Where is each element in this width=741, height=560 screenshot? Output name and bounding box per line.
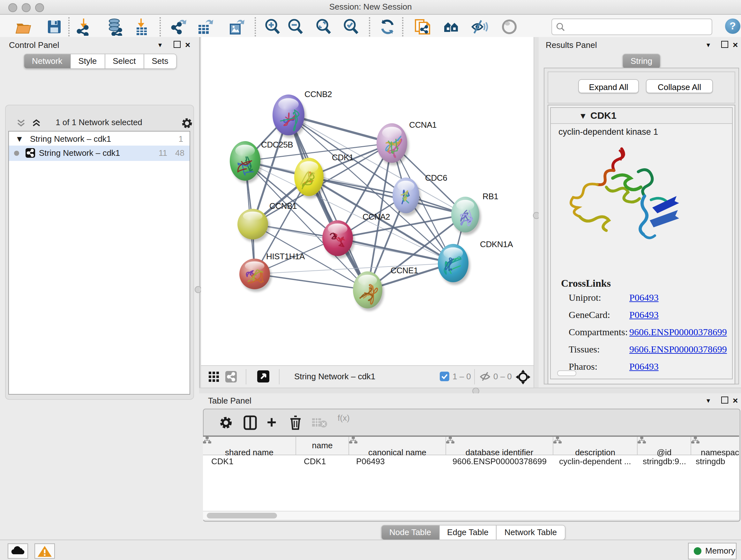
delete-column-icon[interactable] (289, 415, 302, 430)
crosslinks-title: CrossLinks (561, 278, 611, 289)
network-node-CCNA2[interactable] (322, 220, 354, 259)
network-edge[interactable] (288, 115, 367, 290)
network-node-CDK1[interactable] (294, 158, 325, 199)
network-node-CDKN1A[interactable] (438, 244, 470, 285)
tree-disclosure-icon[interactable]: ▼ (15, 133, 23, 145)
table-cell[interactable]: P06493 (348, 455, 444, 469)
table-gear-icon[interactable] (219, 416, 233, 430)
table-cell[interactable]: CDK1 (203, 455, 295, 469)
crosslink-link[interactable]: 9606.ENSP00000378699 (629, 344, 727, 355)
show-columns-icon[interactable] (243, 415, 257, 430)
memory-label: Memory (705, 546, 735, 556)
tab-sets[interactable]: Sets (144, 54, 177, 69)
network-node-RB1[interactable] (451, 197, 481, 235)
crosslink-link[interactable]: P06493 (629, 361, 659, 372)
control-panel-title: Control Panel (9, 40, 59, 50)
control-panel-close-icon[interactable]: × (185, 42, 190, 48)
help-button[interactable]: ? (725, 18, 740, 34)
export-image-icon[interactable] (227, 18, 245, 36)
column-header-namespac[interactable]: namespac (691, 437, 741, 455)
import-table-icon[interactable] (133, 18, 151, 36)
tab-edge-table[interactable]: Edge Table (440, 525, 497, 540)
import-database-icon[interactable] (106, 18, 124, 36)
string-home-icon[interactable] (443, 18, 461, 36)
left-splitter-handle[interactable] (195, 286, 202, 293)
network-node-CCNE1[interactable] (353, 271, 384, 311)
birds-eye-view-icon[interactable] (257, 370, 269, 382)
tab-network-table[interactable]: Network Table (497, 525, 565, 540)
table-hscrollbar[interactable] (203, 511, 739, 520)
zoom-out-icon[interactable] (286, 18, 305, 36)
memory-button[interactable]: Memory (688, 543, 737, 559)
table-cell[interactable]: stringdb:9... (634, 455, 687, 469)
column-header-canonical-name[interactable]: canonical name (349, 437, 446, 455)
selected-checkbox-icon[interactable] (440, 372, 449, 381)
table-cell[interactable]: 9606.ENSP00000378699 (444, 455, 551, 469)
cytoscape-window: Session: New Session (0, 0, 741, 560)
column-header-shared-name[interactable]: shared name (203, 437, 296, 455)
pan-target-icon[interactable] (515, 369, 531, 385)
column-header-@id[interactable]: @id (637, 437, 691, 455)
save-session-icon[interactable] (45, 18, 63, 36)
zoom-fit-icon[interactable] (315, 18, 333, 36)
tab-string[interactable]: String (622, 54, 661, 69)
zoom-selected-icon[interactable] (342, 18, 360, 36)
network-canvas[interactable]: CCNB2CCNA1CDC25BCDK1CDC6RB1CCNB1CCNA2CDK… (201, 37, 534, 365)
network-node-CDC6[interactable] (393, 178, 421, 216)
column-header-name[interactable]: name (296, 437, 349, 455)
add-column-icon[interactable]: + (267, 415, 276, 430)
search-input[interactable] (567, 20, 711, 33)
warning-button[interactable] (35, 543, 55, 559)
node-table: shared namenamecanonical namedatabase id… (203, 435, 739, 512)
table-panel-float-icon[interactable] (721, 396, 728, 403)
network-node-CCNB2[interactable] (273, 95, 306, 138)
refresh-view-icon[interactable] (379, 18, 396, 36)
table-cell[interactable]: CDK1 (295, 455, 348, 469)
results-panel-float-icon[interactable] (721, 41, 728, 48)
cloud-button[interactable] (8, 543, 28, 559)
column-header-description[interactable]: description (553, 437, 637, 455)
control-panel-collapse-icon[interactable]: ▾ (158, 41, 162, 49)
network-thumbnail-icon[interactable] (225, 371, 237, 382)
network-collection-row[interactable]: ▼ String Network – cdk1 1 (9, 133, 190, 145)
tab-network[interactable]: Network (23, 54, 71, 69)
table-hscrollbar-thumb[interactable] (207, 513, 277, 518)
clone-network-icon[interactable] (414, 18, 431, 36)
results-panel-collapse-icon[interactable]: ▾ (706, 41, 710, 49)
tab-select[interactable]: Select (105, 54, 144, 69)
tab-node-table[interactable]: Node Table (381, 525, 440, 540)
network-row-selected[interactable]: String Network – cdk1 11 48 (9, 145, 190, 161)
sphere-view-icon[interactable] (500, 18, 518, 36)
horizontal-splitter[interactable] (199, 388, 741, 394)
network-node-HIST1H1A[interactable] (239, 259, 272, 292)
search-field[interactable] (551, 18, 712, 35)
crosslink-link[interactable]: P06493 (629, 310, 659, 320)
network-options-gear-icon[interactable] (181, 118, 193, 129)
table-panel-close-icon[interactable]: × (733, 397, 738, 403)
gene-card-header[interactable]: ▼ CDK1 (551, 108, 732, 124)
export-table-icon[interactable] (196, 18, 214, 36)
network-node-CCNA1[interactable] (377, 123, 409, 165)
zoom-in-icon[interactable] (264, 18, 281, 36)
gene-disclosure-icon[interactable]: ▼ (579, 111, 587, 121)
import-network-icon[interactable] (75, 18, 92, 36)
open-session-icon[interactable] (14, 18, 32, 36)
results-scrollbar-thumb[interactable] (557, 370, 576, 376)
network-edge[interactable] (338, 238, 453, 263)
results-panel-close-icon[interactable]: × (733, 42, 738, 48)
table-row[interactable]: CDK1CDK1P064939606.ENSP00000378699cyclin… (203, 455, 739, 469)
crosslink-link[interactable]: 9606.ENSP00000378699 (629, 327, 727, 338)
grid-view-icon[interactable] (209, 372, 219, 382)
hide-labels-icon[interactable] (470, 18, 488, 36)
expand-all-button[interactable]: Expand All (578, 79, 639, 93)
export-network-icon[interactable] (170, 18, 188, 36)
column-header-database-identifier[interactable]: database identifier (446, 437, 553, 455)
tab-style[interactable]: Style (71, 54, 105, 69)
control-panel-float-icon[interactable] (174, 41, 181, 48)
network-edge[interactable] (255, 274, 367, 290)
table-panel-collapse-icon[interactable]: ▾ (706, 396, 710, 405)
table-cell[interactable]: stringdb (687, 455, 741, 469)
collapse-all-button[interactable]: Collapse All (646, 79, 713, 93)
crosslink-link[interactable]: P06493 (629, 293, 659, 303)
table-cell[interactable]: cyclin-dependent ... (551, 455, 634, 469)
